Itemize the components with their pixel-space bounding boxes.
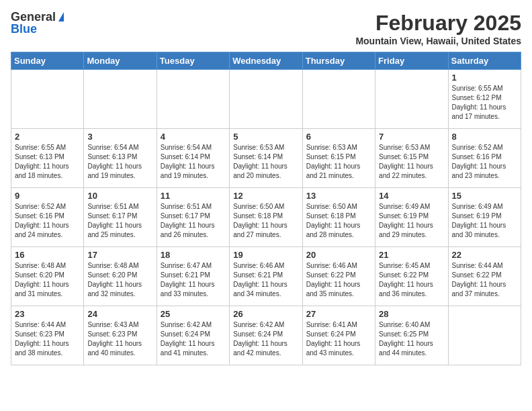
month-title: February 2025 [355, 11, 521, 36]
col-thursday: Thursday [302, 52, 375, 70]
logo-blue-text: Blue [11, 23, 37, 35]
day-number: 28 [379, 309, 444, 319]
table-row: 13Sunrise: 6:50 AM Sunset: 6:18 PM Dayli… [302, 188, 375, 247]
day-info: Sunrise: 6:50 AM Sunset: 6:18 PM Dayligh… [306, 202, 371, 240]
day-info: Sunrise: 6:52 AM Sunset: 6:16 PM Dayligh… [452, 143, 517, 181]
logo: General Blue [11, 11, 64, 35]
col-wednesday: Wednesday [230, 52, 302, 70]
table-row: 17Sunrise: 6:48 AM Sunset: 6:20 PM Dayli… [84, 247, 157, 306]
calendar-header-row: Sunday Monday Tuesday Wednesday Thursday… [11, 52, 521, 70]
day-number: 3 [87, 132, 152, 142]
table-row: 3Sunrise: 6:54 AM Sunset: 6:13 PM Daylig… [84, 129, 157, 188]
col-friday: Friday [375, 52, 448, 70]
day-number: 9 [15, 191, 80, 201]
table-row [84, 70, 157, 129]
table-row: 16Sunrise: 6:48 AM Sunset: 6:20 PM Dayli… [11, 247, 84, 306]
col-saturday: Saturday [448, 52, 521, 70]
table-row: 2Sunrise: 6:55 AM Sunset: 6:13 PM Daylig… [11, 129, 84, 188]
table-row: 22Sunrise: 6:44 AM Sunset: 6:22 PM Dayli… [448, 247, 521, 306]
table-row: 9Sunrise: 6:52 AM Sunset: 6:16 PM Daylig… [11, 188, 84, 247]
title-block: February 2025 Mountain View, Hawaii, Uni… [355, 11, 521, 46]
table-row: 5Sunrise: 6:53 AM Sunset: 6:14 PM Daylig… [230, 129, 302, 188]
day-info: Sunrise: 6:43 AM Sunset: 6:23 PM Dayligh… [87, 320, 152, 358]
table-row: 14Sunrise: 6:49 AM Sunset: 6:19 PM Dayli… [375, 188, 448, 247]
day-info: Sunrise: 6:46 AM Sunset: 6:22 PM Dayligh… [306, 261, 371, 299]
day-number: 6 [306, 132, 371, 142]
calendar-week-row: 1Sunrise: 6:55 AM Sunset: 6:12 PM Daylig… [11, 70, 521, 129]
day-info: Sunrise: 6:47 AM Sunset: 6:21 PM Dayligh… [161, 261, 226, 299]
calendar-table: Sunday Monday Tuesday Wednesday Thursday… [11, 52, 521, 365]
day-number: 2 [15, 132, 80, 142]
day-number: 24 [87, 309, 152, 319]
day-info: Sunrise: 6:51 AM Sunset: 6:17 PM Dayligh… [87, 202, 152, 240]
day-number: 27 [306, 309, 371, 319]
table-row: 19Sunrise: 6:46 AM Sunset: 6:21 PM Dayli… [230, 247, 302, 306]
day-number: 4 [161, 132, 226, 142]
day-info: Sunrise: 6:52 AM Sunset: 6:16 PM Dayligh… [15, 202, 80, 240]
table-row: 26Sunrise: 6:42 AM Sunset: 6:24 PM Dayli… [230, 306, 302, 365]
day-number: 25 [161, 309, 226, 319]
day-info: Sunrise: 6:55 AM Sunset: 6:12 PM Dayligh… [452, 84, 517, 122]
day-info: Sunrise: 6:42 AM Sunset: 6:24 PM Dayligh… [161, 320, 226, 358]
day-number: 10 [87, 191, 152, 201]
col-tuesday: Tuesday [157, 52, 229, 70]
table-row: 11Sunrise: 6:51 AM Sunset: 6:17 PM Dayli… [157, 188, 229, 247]
day-info: Sunrise: 6:50 AM Sunset: 6:18 PM Dayligh… [233, 202, 298, 240]
table-row: 24Sunrise: 6:43 AM Sunset: 6:23 PM Dayli… [84, 306, 157, 365]
day-number: 26 [233, 309, 298, 319]
table-row: 4Sunrise: 6:54 AM Sunset: 6:14 PM Daylig… [157, 129, 229, 188]
day-number: 13 [306, 191, 371, 201]
day-info: Sunrise: 6:54 AM Sunset: 6:14 PM Dayligh… [161, 143, 226, 181]
table-row: 10Sunrise: 6:51 AM Sunset: 6:17 PM Dayli… [84, 188, 157, 247]
table-row: 15Sunrise: 6:49 AM Sunset: 6:19 PM Dayli… [448, 188, 521, 247]
day-number: 15 [452, 191, 517, 201]
table-row: 20Sunrise: 6:46 AM Sunset: 6:22 PM Dayli… [302, 247, 375, 306]
day-info: Sunrise: 6:49 AM Sunset: 6:19 PM Dayligh… [379, 202, 444, 240]
day-info: Sunrise: 6:44 AM Sunset: 6:23 PM Dayligh… [15, 320, 80, 358]
table-row [375, 70, 448, 129]
day-number: 14 [379, 191, 444, 201]
table-row [302, 70, 375, 129]
day-info: Sunrise: 6:42 AM Sunset: 6:24 PM Dayligh… [233, 320, 298, 358]
table-row [11, 70, 84, 129]
table-row: 23Sunrise: 6:44 AM Sunset: 6:23 PM Dayli… [11, 306, 84, 365]
table-row: 25Sunrise: 6:42 AM Sunset: 6:24 PM Dayli… [157, 306, 229, 365]
table-row [230, 70, 302, 129]
day-number: 16 [15, 250, 80, 260]
calendar-week-row: 9Sunrise: 6:52 AM Sunset: 6:16 PM Daylig… [11, 188, 521, 247]
day-info: Sunrise: 6:53 AM Sunset: 6:15 PM Dayligh… [379, 143, 444, 181]
day-number: 22 [452, 250, 517, 260]
day-info: Sunrise: 6:45 AM Sunset: 6:22 PM Dayligh… [379, 261, 444, 299]
day-number: 7 [379, 132, 444, 142]
table-row: 27Sunrise: 6:41 AM Sunset: 6:24 PM Dayli… [302, 306, 375, 365]
day-number: 17 [87, 250, 152, 260]
day-info: Sunrise: 6:49 AM Sunset: 6:19 PM Dayligh… [452, 202, 517, 240]
day-number: 5 [233, 132, 298, 142]
col-monday: Monday [84, 52, 157, 70]
table-row: 8Sunrise: 6:52 AM Sunset: 6:16 PM Daylig… [448, 129, 521, 188]
day-number: 20 [306, 250, 371, 260]
logo-general-text: General [11, 11, 56, 23]
day-info: Sunrise: 6:54 AM Sunset: 6:13 PM Dayligh… [87, 143, 152, 181]
day-number: 1 [452, 73, 517, 83]
day-info: Sunrise: 6:48 AM Sunset: 6:20 PM Dayligh… [87, 261, 152, 299]
day-number: 11 [161, 191, 226, 201]
table-row: 1Sunrise: 6:55 AM Sunset: 6:12 PM Daylig… [448, 70, 521, 129]
table-row: 12Sunrise: 6:50 AM Sunset: 6:18 PM Dayli… [230, 188, 302, 247]
day-info: Sunrise: 6:53 AM Sunset: 6:14 PM Dayligh… [233, 143, 298, 181]
day-info: Sunrise: 6:51 AM Sunset: 6:17 PM Dayligh… [161, 202, 226, 240]
day-number: 8 [452, 132, 517, 142]
day-number: 21 [379, 250, 444, 260]
day-info: Sunrise: 6:46 AM Sunset: 6:21 PM Dayligh… [233, 261, 298, 299]
day-number: 12 [233, 191, 298, 201]
page-header: General Blue February 2025 Mountain View… [11, 11, 521, 46]
calendar-week-row: 16Sunrise: 6:48 AM Sunset: 6:20 PM Dayli… [11, 247, 521, 306]
day-number: 23 [15, 309, 80, 319]
day-info: Sunrise: 6:44 AM Sunset: 6:22 PM Dayligh… [452, 261, 517, 299]
day-number: 18 [161, 250, 226, 260]
calendar-week-row: 2Sunrise: 6:55 AM Sunset: 6:13 PM Daylig… [11, 129, 521, 188]
table-row [448, 306, 521, 365]
col-sunday: Sunday [11, 52, 84, 70]
logo-triangle-icon [58, 12, 64, 21]
day-info: Sunrise: 6:40 AM Sunset: 6:25 PM Dayligh… [379, 320, 444, 358]
